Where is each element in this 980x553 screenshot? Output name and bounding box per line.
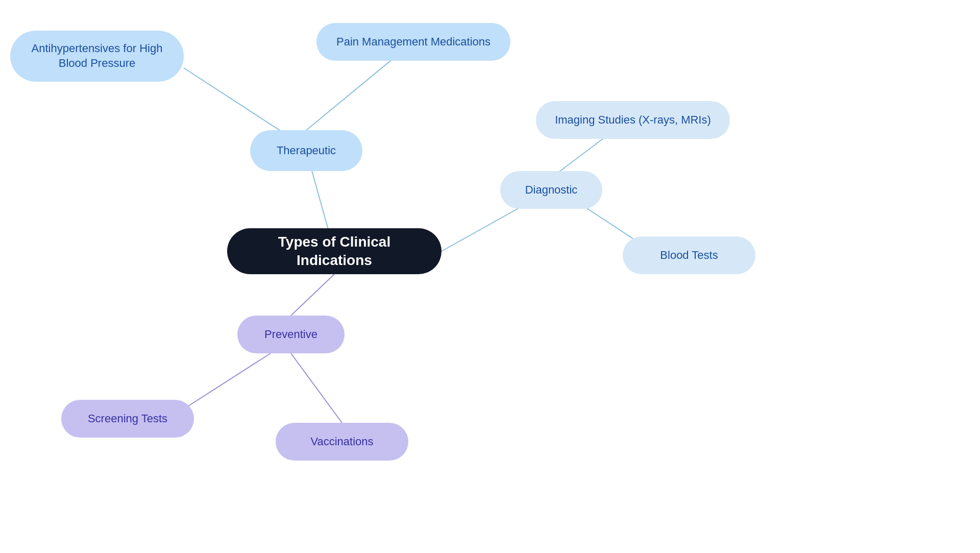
diagnostic-label: Diagnostic <box>525 183 578 198</box>
antihypertensives-node: Antihypertensives for High Blood Pressur… <box>10 31 184 82</box>
blood-label: Blood Tests <box>660 248 718 263</box>
pain-label: Pain Management Medications <box>336 35 491 50</box>
svg-line-6 <box>291 274 334 316</box>
svg-line-2 <box>184 68 286 134</box>
blood-tests-node: Blood Tests <box>623 236 755 274</box>
therapeutic-label: Therapeutic <box>277 143 336 158</box>
screening-tests-node: Screening Tests <box>61 400 194 438</box>
pain-management-node: Pain Management Medications <box>316 23 510 61</box>
vaccinations-label: Vaccinations <box>310 435 373 449</box>
vaccinations-node: Vaccinations <box>276 423 408 461</box>
preventive-node: Preventive <box>237 316 345 353</box>
svg-line-8 <box>291 353 342 423</box>
preventive-label: Preventive <box>264 327 317 342</box>
therapeutic-node: Therapeutic <box>250 130 362 171</box>
antihypertensives-label: Antihypertensives for High Blood Pressur… <box>24 41 169 70</box>
center-node: Types of Clinical Indications <box>227 228 442 274</box>
diagnostic-node: Diagnostic <box>500 171 602 209</box>
imaging-studies-node: Imaging Studies (X-rays, MRIs) <box>536 101 730 139</box>
center-label: Types of Clinical Indications <box>241 233 427 270</box>
imaging-label: Imaging Studies (X-rays, MRIs) <box>555 113 711 128</box>
screening-label: Screening Tests <box>88 412 167 426</box>
